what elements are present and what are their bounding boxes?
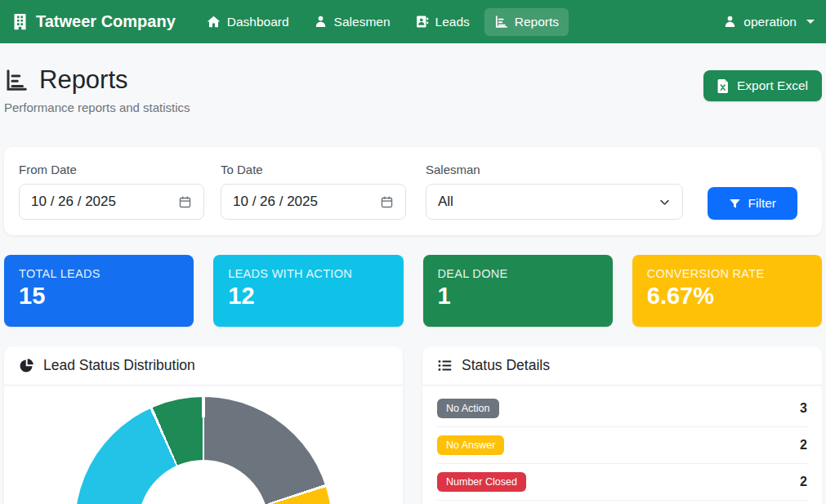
filter-button[interactable]: Filter: [708, 187, 797, 220]
status-row-not-interested: Not Interested 1: [437, 501, 807, 504]
home-icon: [207, 15, 221, 29]
page-header: Reports Performance reports and statisti…: [0, 43, 826, 114]
stat-card-deal-done: DEAL DONE 1: [423, 255, 613, 327]
chevron-down-icon: [659, 196, 671, 208]
to-date-value: 10 / 26 / 2025: [233, 194, 318, 210]
stat-label: TOTAL LEADS: [19, 267, 179, 280]
person-icon: [314, 15, 328, 29]
caret-down-icon: [806, 20, 815, 24]
panel-title: Status Details: [462, 357, 550, 374]
status-row-number-closed: Number Closed 2: [437, 464, 807, 501]
calendar-icon[interactable]: [380, 195, 394, 209]
stat-card-total-leads: TOTAL LEADS 15: [4, 255, 194, 327]
brand[interactable]: Tatweer Company: [11, 12, 176, 31]
user-icon: [723, 15, 737, 29]
status-details-panel: Status Details No Action 3 No Answer 2 N…: [422, 346, 822, 504]
status-badge: Number Closed: [437, 472, 526, 492]
stat-card-leads-with-action: LEADS WITH ACTION 12: [213, 255, 403, 327]
status-badge: No Action: [437, 399, 499, 418]
status-row-no-answer: No Answer 2: [437, 427, 807, 464]
nav-item-dashboard[interactable]: Dashboard: [197, 8, 299, 36]
file-excel-icon: [717, 79, 730, 93]
list-icon: [437, 358, 453, 373]
user-menu-dropdown[interactable]: operation: [723, 15, 815, 29]
status-count: 2: [800, 438, 807, 453]
building-icon: [11, 13, 29, 30]
stat-label: CONVERSION RATE: [647, 267, 807, 280]
nav-item-salesmen[interactable]: Salesmen: [304, 8, 400, 36]
to-date-field: To Date 10 / 26 / 2025: [221, 163, 406, 220]
address-book-icon: [415, 15, 429, 29]
to-date-label: To Date: [221, 163, 406, 176]
lead-status-distribution-panel: Lead Status Distribution: [4, 346, 403, 504]
nav-item-leads[interactable]: Leads: [405, 8, 480, 36]
salesman-select[interactable]: All: [426, 184, 683, 220]
navbar: Tatweer Company Dashboard Salesmen Leads…: [0, 0, 826, 43]
page-title: Reports: [39, 65, 128, 95]
funnel-icon: [729, 198, 741, 210]
nav-item-reports[interactable]: Reports: [484, 8, 569, 36]
nav-item-label: Salesmen: [334, 15, 391, 29]
calendar-icon[interactable]: [178, 195, 192, 209]
salesman-label: Salesman: [426, 163, 683, 176]
status-row-no-action: No Action 3: [437, 390, 807, 427]
stat-value: 12: [228, 283, 388, 310]
from-date-input[interactable]: 10 / 26 / 2025: [19, 184, 204, 220]
to-date-input[interactable]: 10 / 26 / 2025: [221, 184, 406, 220]
salesman-field: Salesman All: [426, 163, 683, 220]
pie-chart-icon: [19, 358, 34, 373]
filter-card: From Date 10 / 26 / 2025 To Date 10 / 26…: [4, 147, 822, 235]
stat-value: 6.67%: [647, 283, 807, 310]
nav-item-label: Dashboard: [227, 15, 289, 29]
export-excel-label: Export Excel: [737, 78, 808, 93]
filter-button-label: Filter: [748, 196, 776, 211]
nav-links: Dashboard Salesmen Leads Reports: [197, 8, 569, 36]
bottom-panels: Lead Status Distribution Status Details …: [4, 346, 822, 504]
status-list: No Action 3 No Answer 2 Number Closed 2 …: [422, 386, 822, 504]
status-count: 2: [800, 475, 807, 489]
status-badge: No Answer: [437, 435, 504, 455]
chart-bar-icon: [4, 68, 29, 92]
status-count: 3: [800, 401, 807, 416]
page-subtitle: Performance reports and statistics: [4, 100, 190, 114]
from-date-field: From Date 10 / 26 / 2025: [19, 163, 204, 220]
stat-cards: TOTAL LEADS 15 LEADS WITH ACTION 12 DEAL…: [4, 255, 822, 327]
stat-value: 15: [19, 283, 179, 310]
from-date-value: 10 / 26 / 2025: [31, 194, 116, 210]
panel-title: Lead Status Distribution: [43, 357, 195, 374]
export-excel-button[interactable]: Export Excel: [703, 70, 822, 101]
nav-item-label: Leads: [435, 15, 470, 29]
stat-card-conversion-rate: CONVERSION RATE 6.67%: [632, 255, 822, 327]
salesman-selected-value: All: [438, 194, 453, 210]
chart-bar-icon: [494, 15, 508, 29]
nav-item-label: Reports: [515, 15, 559, 29]
from-date-label: From Date: [19, 163, 204, 176]
stat-value: 1: [438, 283, 598, 310]
stat-label: DEAL DONE: [438, 267, 598, 280]
user-menu-label: operation: [743, 15, 797, 29]
stat-label: LEADS WITH ACTION: [228, 267, 388, 280]
brand-name: Tatweer Company: [36, 12, 176, 31]
